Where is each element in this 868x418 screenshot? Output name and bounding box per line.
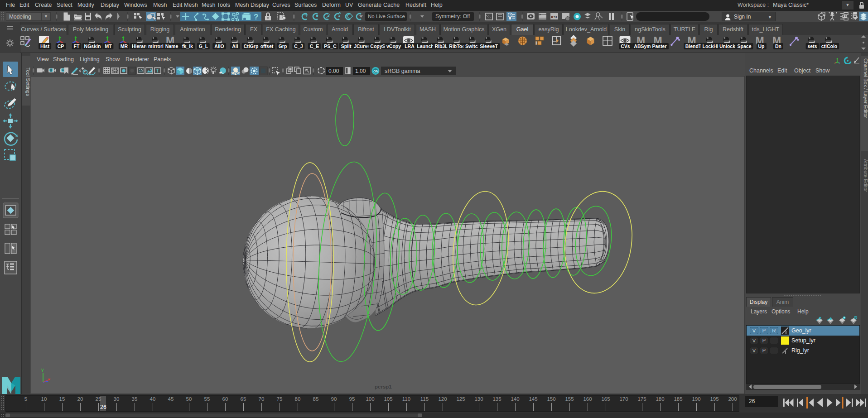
svg-text:T: T bbox=[156, 68, 159, 73]
svg-text:sRGB gamma: sRGB gamma bbox=[385, 68, 420, 74]
svg-text:persp1: persp1 bbox=[375, 384, 392, 389]
svg-text:0.00: 0.00 bbox=[328, 68, 339, 74]
svg-text:y: y bbox=[41, 367, 44, 372]
svg-text:1.00: 1.00 bbox=[355, 68, 366, 74]
svg-text:ON: ON bbox=[373, 69, 378, 73]
svg-text:IPR: IPR bbox=[551, 15, 558, 19]
svg-text:?: ? bbox=[254, 13, 258, 21]
